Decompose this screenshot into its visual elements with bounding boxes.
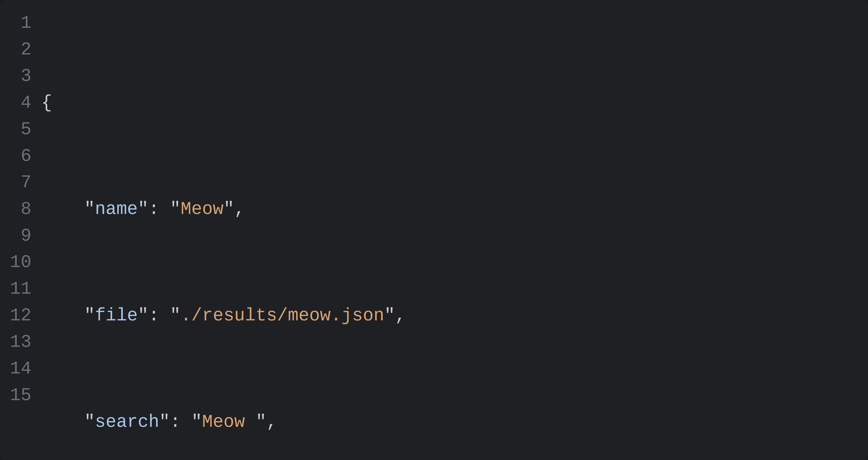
line-number: 10 <box>10 249 31 276</box>
code-line[interactable]: "file": "./results/meow.json", <box>41 302 868 329</box>
line-number: 7 <box>10 169 31 196</box>
code-area[interactable]: 1 2 3 4 5 6 7 8 9 10 11 12 13 14 15 { "n… <box>0 10 868 460</box>
line-number: 2 <box>10 37 31 63</box>
brace-open: { <box>41 93 52 113</box>
indent <box>41 199 84 219</box>
line-number: 6 <box>10 143 31 170</box>
json-key-name: "name" <box>84 199 148 219</box>
code-line[interactable]: "name": "Meow", <box>41 196 868 223</box>
line-number: 13 <box>10 329 31 356</box>
code-line[interactable]: { <box>41 90 868 117</box>
json-key-file: "file" <box>84 305 148 326</box>
json-value-file: "./results/meow.json" <box>170 305 395 326</box>
line-number: 1 <box>10 10 31 37</box>
line-number: 5 <box>10 117 31 143</box>
line-number: 9 <box>10 223 31 250</box>
json-key-search: "search" <box>84 412 170 432</box>
code-content[interactable]: { "name": "Meow", "file": "./results/meo… <box>41 10 868 460</box>
line-number: 14 <box>10 356 31 382</box>
json-value-name: "Meow" <box>170 199 234 219</box>
line-number-gutter: 1 2 3 4 5 6 7 8 9 10 11 12 13 14 15 <box>0 10 41 460</box>
line-number: 12 <box>10 302 31 329</box>
json-value-search: "Meow " <box>191 412 267 432</box>
code-editor-panel: 1 2 3 4 5 6 7 8 9 10 11 12 13 14 15 { "n… <box>0 0 868 460</box>
line-number: 11 <box>10 276 31 302</box>
line-number: 15 <box>10 382 31 409</box>
code-line[interactable]: "search": "Meow ", <box>41 409 868 436</box>
indent <box>41 305 84 326</box>
line-number: 4 <box>10 90 31 117</box>
line-number: 8 <box>10 196 31 223</box>
line-number: 3 <box>10 63 31 90</box>
indent <box>41 412 84 432</box>
